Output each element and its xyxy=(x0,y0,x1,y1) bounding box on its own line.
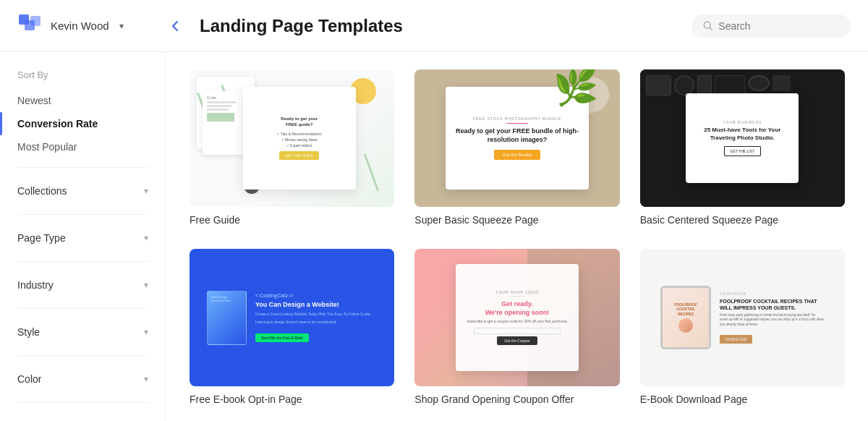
search-icon xyxy=(703,20,712,31)
sort-newest[interactable]: Newest xyxy=(0,89,166,112)
templates-content: Guide Ready to get yourFREE guide? ✓ Tip… xyxy=(166,52,868,421)
templates-grid: Guide Ready to get yourFREE guide? ✓ Tip… xyxy=(190,69,845,405)
template-name-super-basic-squeeze: Super Basic Squeeze Page xyxy=(414,214,619,226)
template-name-free-ebook-optin: Free E-book Opt-in Page xyxy=(190,394,394,405)
template-thumbnail-free-guide: Guide Ready to get yourFREE guide? ✓ Tip… xyxy=(190,69,394,207)
header: Kevin Wood ▾ Landing Page Templates xyxy=(0,0,868,52)
page-type-chevron-icon: ▾ xyxy=(144,233,148,243)
color-label: Color xyxy=(17,373,41,385)
collections-label: Collections xyxy=(17,185,67,197)
page-title: Landing Page Templates xyxy=(200,16,692,36)
sidebar-section-collections[interactable]: Collections ▾ xyxy=(0,177,166,205)
sidebar-section-style[interactable]: Style ▾ xyxy=(0,318,166,346)
sidebar-divider-1 xyxy=(17,167,148,168)
template-ebook-download[interactable]: FOOLPROOFCOCKTAILRECIPES COOKBOOK FOOLPR… xyxy=(640,249,845,405)
svg-line-4 xyxy=(710,27,712,30)
user-chevron-icon[interactable]: ▾ xyxy=(119,21,124,31)
template-thumbnail-super-basic-squeeze: 🌿 FREE STOCK PHOTOGRAPHY BUNDLE Ready to… xyxy=(414,69,619,207)
template-thumbnail-basic-centered-squeeze: Your Business 25 Must-have Tools for You… xyxy=(640,69,845,207)
sidebar-divider-6 xyxy=(17,402,148,403)
sort-by-label: Sort By xyxy=(0,69,166,80)
template-shop-grand-opening[interactable]: YOUR SHOP LOGO Get ready.We're opening s… xyxy=(414,249,619,405)
sidebar-divider-5 xyxy=(17,355,148,356)
template-free-guide[interactable]: Guide Ready to get yourFREE guide? ✓ Tip… xyxy=(190,69,394,226)
color-chevron-icon: ▾ xyxy=(144,374,148,384)
sidebar-divider-2 xyxy=(17,214,148,215)
sidebar: Sort By Newest Conversion Rate Most Popu… xyxy=(0,52,166,421)
template-free-ebook-optin[interactable]: Web DesignBest Practices < CodingCatz />… xyxy=(190,249,394,405)
template-name-ebook-download: E-Book Download Page xyxy=(640,394,845,405)
svg-rect-2 xyxy=(30,16,41,26)
sidebar-divider-4 xyxy=(17,308,148,309)
style-chevron-icon: ▾ xyxy=(144,327,148,337)
industry-chevron-icon: ▾ xyxy=(144,280,148,290)
template-super-basic-squeeze[interactable]: 🌿 FREE STOCK PHOTOGRAPHY BUNDLE Ready to… xyxy=(414,69,619,226)
template-name-basic-centered-squeeze: Basic Centered Squeeze Page xyxy=(640,214,845,226)
template-name-free-guide: Free Guide xyxy=(190,214,394,226)
user-name: Kevin Wood xyxy=(51,20,109,32)
sidebar-section-page-type[interactable]: Page Type ▾ xyxy=(0,224,166,252)
collections-chevron-icon: ▾ xyxy=(144,186,148,196)
page-type-label: Page Type xyxy=(17,232,66,244)
search-box xyxy=(692,14,851,38)
template-thumbnail-shop-grand-opening: YOUR SHOP LOGO Get ready.We're opening s… xyxy=(414,249,619,386)
sidebar-section-industry[interactable]: Industry ▾ xyxy=(0,271,166,299)
template-name-shop-grand-opening: Shop Grand Opening Coupon Offer xyxy=(414,394,619,405)
sidebar-divider-3 xyxy=(17,261,148,262)
sort-conversion-rate[interactable]: Conversion Rate xyxy=(0,112,166,135)
sort-most-popular[interactable]: Most Popular xyxy=(0,135,166,158)
style-label: Style xyxy=(17,326,40,338)
back-arrow-icon xyxy=(168,19,182,33)
sidebar-section-color[interactable]: Color ▾ xyxy=(0,365,166,394)
search-input[interactable] xyxy=(718,20,839,32)
template-thumbnail-free-ebook-optin: Web DesignBest Practices < CodingCatz />… xyxy=(190,249,394,386)
industry-label: Industry xyxy=(17,279,54,291)
main-layout: Sort By Newest Conversion Rate Most Popu… xyxy=(0,52,868,421)
back-button[interactable] xyxy=(162,13,188,39)
app-logo xyxy=(17,13,43,39)
logo-area: Kevin Wood ▾ xyxy=(17,13,162,39)
template-basic-centered-squeeze[interactable]: Your Business 25 Must-have Tools for You… xyxy=(640,69,845,226)
template-thumbnail-ebook-download: FOOLPROOFCOCKTAILRECIPES COOKBOOK FOOLPR… xyxy=(640,249,845,386)
